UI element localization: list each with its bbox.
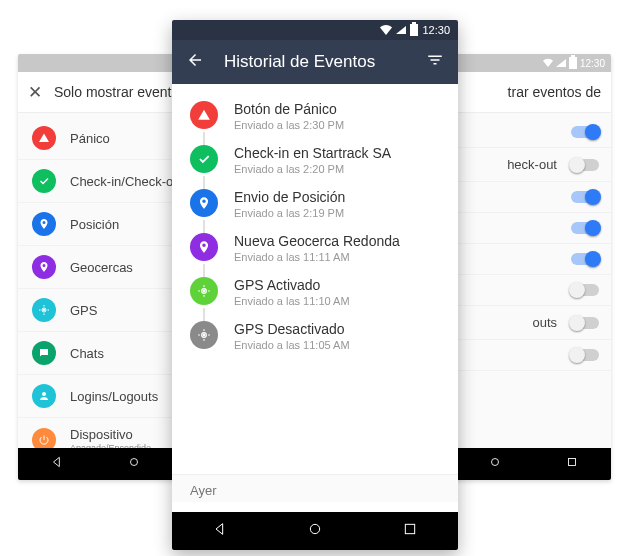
event-text: Check-in en Startrack SAEnviado a las 2:…	[234, 145, 442, 175]
gps-icon	[190, 277, 218, 305]
nav-home-icon[interactable]	[307, 521, 323, 541]
svg-point-8	[203, 290, 205, 292]
event-title: Botón de Pánico	[234, 101, 442, 117]
svg-point-10	[203, 334, 205, 336]
nav-recent-icon[interactable]	[402, 521, 418, 541]
battery-icon	[569, 57, 577, 69]
event-subtitle: Enviado a las 2:20 PM	[234, 163, 442, 175]
nav-home-icon[interactable]	[127, 455, 141, 473]
filter-title: Solo mostrar event	[54, 84, 172, 100]
event-subtitle: Enviado a las 11:05 AM	[234, 339, 442, 351]
filter-title: trar eventos de	[508, 84, 601, 100]
event-row[interactable]: Check-in en Startrack SAEnviado a las 2:…	[172, 138, 458, 182]
toggle-switch[interactable]	[571, 191, 599, 203]
warning-icon	[32, 126, 56, 150]
filter-icon[interactable]	[426, 51, 444, 73]
android-nav-bar	[172, 512, 458, 550]
event-text: GPS ActivadoEnviado a las 11:10 AM	[234, 277, 442, 307]
event-row[interactable]: GPS ActivadoEnviado a las 11:10 AM	[172, 270, 458, 314]
event-text: Nueva Geocerca RedondaEnviado a las 11:1…	[234, 233, 442, 263]
gps-icon	[32, 298, 56, 322]
svg-point-11	[310, 524, 319, 533]
event-title: Nueva Geocerca Redonda	[234, 233, 442, 249]
pin-icon	[32, 255, 56, 279]
nav-back-icon[interactable]	[212, 521, 228, 541]
svg-point-1	[43, 309, 45, 311]
svg-point-3	[130, 459, 137, 466]
event-title: Envio de Posición	[234, 189, 442, 205]
status-bar: 12:30	[172, 20, 458, 40]
event-text: GPS DesactivadoEnviado a las 11:05 AM	[234, 321, 442, 351]
toggle-switch[interactable]	[571, 349, 599, 361]
check-icon	[32, 169, 56, 193]
status-time: 12:30	[422, 24, 450, 36]
event-title: GPS Activado	[234, 277, 442, 293]
status-time: 12:30	[580, 58, 605, 69]
svg-rect-6	[569, 459, 576, 466]
event-subtitle: Enviado a las 2:19 PM	[234, 207, 442, 219]
toggle-switch[interactable]	[571, 159, 599, 171]
pin-icon	[32, 212, 56, 236]
toggle-switch[interactable]	[571, 126, 599, 138]
login-icon	[32, 384, 56, 408]
page-title: Historial de Eventos	[224, 52, 406, 72]
wifi-icon	[380, 23, 392, 37]
event-text: Envio de PosiciónEnviado a las 2:19 PM	[234, 189, 442, 219]
event-text: Botón de PánicoEnviado a las 2:30 PM	[234, 101, 442, 131]
event-title: GPS Desactivado	[234, 321, 442, 337]
section-divider: Ayer	[172, 474, 458, 502]
event-subtitle: Enviado a las 11:11 AM	[234, 251, 442, 263]
event-row[interactable]: Botón de PánicoEnviado a las 2:30 PM	[172, 94, 458, 138]
event-title: Check-in en Startrack SA	[234, 145, 442, 161]
toggle-switch[interactable]	[571, 253, 599, 265]
warning-icon	[190, 101, 218, 129]
event-subtitle: Enviado a las 2:30 PM	[234, 119, 442, 131]
event-subtitle: Enviado a las 11:10 AM	[234, 295, 442, 307]
chat-icon	[32, 341, 56, 365]
pin-icon	[190, 233, 218, 261]
signal-icon	[396, 26, 406, 34]
toggle-switch[interactable]	[571, 317, 599, 329]
event-row[interactable]: Nueva Geocerca RedondaEnviado a las 11:1…	[172, 226, 458, 270]
nav-recent-icon[interactable]	[565, 455, 579, 473]
svg-rect-12	[406, 524, 415, 533]
back-arrow-icon[interactable]	[186, 51, 204, 73]
close-icon[interactable]: ✕	[28, 84, 42, 101]
event-row[interactable]: Envio de PosiciónEnviado a las 2:19 PM	[172, 182, 458, 226]
toggle-switch[interactable]	[571, 222, 599, 234]
check-icon	[190, 145, 218, 173]
battery-icon	[410, 24, 418, 36]
signal-icon	[556, 59, 566, 67]
svg-point-5	[491, 459, 498, 466]
phone-event-history: 12:30 Historial de Eventos Botón de Páni…	[172, 20, 458, 550]
gps-icon	[190, 321, 218, 349]
app-bar: Historial de Eventos	[172, 40, 458, 84]
toggle-switch[interactable]	[571, 284, 599, 296]
event-row[interactable]: GPS DesactivadoEnviado a las 11:05 AM	[172, 314, 458, 358]
wifi-icon	[543, 57, 553, 69]
svg-point-2	[42, 392, 46, 396]
nav-home-icon[interactable]	[488, 455, 502, 473]
pin-icon	[190, 189, 218, 217]
event-timeline: Botón de PánicoEnviado a las 2:30 PMChec…	[172, 84, 458, 474]
nav-back-icon[interactable]	[50, 455, 64, 473]
